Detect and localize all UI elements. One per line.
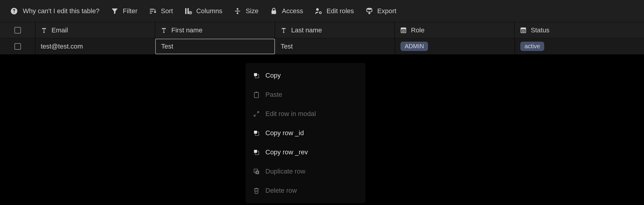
ctx-copy-rev-label: Copy row _rev: [265, 148, 308, 156]
svg-point-10: [316, 8, 319, 11]
help-circle-icon: [10, 7, 18, 15]
svg-rect-5: [185, 8, 187, 14]
toolbar: Why can't I edit this table? Filter Sort…: [0, 0, 644, 22]
data-table: Email First name Last name Role: [0, 22, 644, 55]
duplicate-icon: [253, 168, 260, 175]
columns-icon: [184, 7, 192, 15]
sort-label: Sort: [161, 7, 173, 15]
lock-icon: [270, 7, 278, 15]
table-row[interactable]: test@test.com Test Test ADMIN active: [0, 38, 644, 55]
select-all-cell[interactable]: [0, 22, 35, 38]
svg-rect-6: [188, 8, 189, 14]
svg-rect-20: [522, 31, 525, 32]
options-type-icon: [400, 27, 407, 34]
access-label: Access: [282, 7, 303, 15]
ctx-paste: Paste: [246, 85, 365, 104]
export-button[interactable]: Export: [365, 7, 397, 15]
ctx-copy-id-label: Copy row _id: [265, 129, 304, 137]
export-icon: [365, 7, 373, 15]
columns-label: Columns: [196, 7, 222, 15]
svg-point-12: [367, 8, 372, 10]
filter-icon: [111, 7, 119, 15]
size-icon: [234, 7, 241, 15]
svg-rect-18: [521, 28, 526, 29]
col-header-status-label: Status: [531, 26, 549, 34]
row-select-cell[interactable]: [0, 38, 35, 54]
col-header-email[interactable]: Email: [35, 22, 155, 38]
user-settings-icon: [315, 7, 322, 15]
text-type-icon: [161, 27, 167, 34]
trash-icon: [253, 187, 260, 194]
cell-first-name-value: Test: [161, 43, 173, 50]
svg-rect-22: [254, 73, 257, 76]
copy-icon: [253, 72, 260, 79]
svg-rect-28: [254, 150, 257, 153]
text-type-icon: [280, 27, 287, 34]
ctx-duplicate: Duplicate row: [246, 162, 365, 181]
col-header-email-label: Email: [52, 26, 68, 34]
col-header-last-name-label: Last name: [291, 26, 322, 34]
col-header-role-label: Role: [411, 26, 424, 34]
copy-icon: [253, 129, 260, 137]
clipboard-icon: [253, 91, 260, 98]
ctx-paste-label: Paste: [265, 91, 282, 99]
svg-rect-14: [401, 28, 406, 29]
cell-last-name[interactable]: Test: [275, 38, 395, 54]
role-badge: ADMIN: [400, 42, 428, 51]
edit-help-hint[interactable]: Why can't I edit this table?: [10, 7, 99, 15]
col-header-first-name[interactable]: First name: [155, 22, 275, 38]
export-label: Export: [377, 7, 397, 15]
row-checkbox[interactable]: [14, 43, 21, 50]
copy-icon: [253, 149, 260, 156]
cell-first-name[interactable]: Test: [155, 39, 275, 54]
svg-rect-15: [402, 30, 405, 31]
svg-rect-24: [256, 92, 257, 93]
edit-help-label: Why can't I edit this table?: [23, 7, 99, 15]
cell-role[interactable]: ADMIN: [395, 38, 515, 54]
select-all-checkbox[interactable]: [14, 27, 21, 34]
svg-rect-23: [254, 92, 258, 98]
svg-rect-26: [254, 131, 257, 134]
cell-last-name-value: Test: [281, 43, 293, 50]
sort-icon: [149, 7, 157, 15]
svg-rect-2: [150, 9, 154, 10]
col-header-role[interactable]: Role: [395, 22, 515, 38]
access-button[interactable]: Access: [270, 7, 303, 15]
edit-roles-label: Edit roles: [326, 7, 354, 15]
col-header-first-name-label: First name: [171, 26, 202, 34]
ctx-copy[interactable]: Copy: [246, 66, 365, 85]
ctx-edit-modal: Edit row in modal: [246, 104, 365, 123]
col-header-last-name[interactable]: Last name: [275, 22, 395, 38]
context-menu: Copy Paste Edit row in modal Copy row _i…: [246, 63, 365, 203]
options-type-icon: [520, 27, 527, 34]
ctx-duplicate-label: Duplicate row: [265, 168, 305, 175]
svg-rect-3: [150, 10, 153, 11]
cell-status[interactable]: active: [515, 38, 644, 54]
svg-point-11: [319, 12, 321, 13]
ctx-copy-label: Copy: [265, 72, 281, 79]
col-header-status[interactable]: Status: [515, 22, 644, 38]
ctx-edit-modal-label: Edit row in modal: [265, 110, 316, 118]
ctx-copy-rev[interactable]: Copy row _rev: [246, 143, 365, 162]
ctx-copy-id[interactable]: Copy row _id: [246, 123, 365, 143]
size-button[interactable]: Size: [234, 7, 258, 15]
text-type-icon: [41, 27, 47, 34]
svg-rect-4: [150, 13, 152, 13]
svg-rect-16: [402, 31, 405, 32]
cell-email[interactable]: test@test.com: [35, 38, 155, 54]
ctx-delete-label: Delete row: [265, 187, 297, 195]
cell-email-value: test@test.com: [41, 43, 83, 50]
svg-point-1: [14, 12, 15, 13]
columns-button[interactable]: Columns: [184, 7, 222, 15]
table-header-row: Email First name Last name Role: [0, 22, 644, 38]
filter-label: Filter: [123, 7, 137, 15]
size-label: Size: [246, 7, 258, 15]
status-badge: active: [520, 42, 544, 51]
edit-roles-button[interactable]: Edit roles: [315, 7, 354, 15]
svg-rect-19: [522, 30, 525, 31]
ctx-delete: Delete row: [246, 181, 365, 200]
expand-icon: [253, 110, 260, 117]
filter-button[interactable]: Filter: [111, 7, 137, 15]
sort-button[interactable]: Sort: [149, 7, 173, 15]
svg-rect-8: [235, 10, 240, 11]
